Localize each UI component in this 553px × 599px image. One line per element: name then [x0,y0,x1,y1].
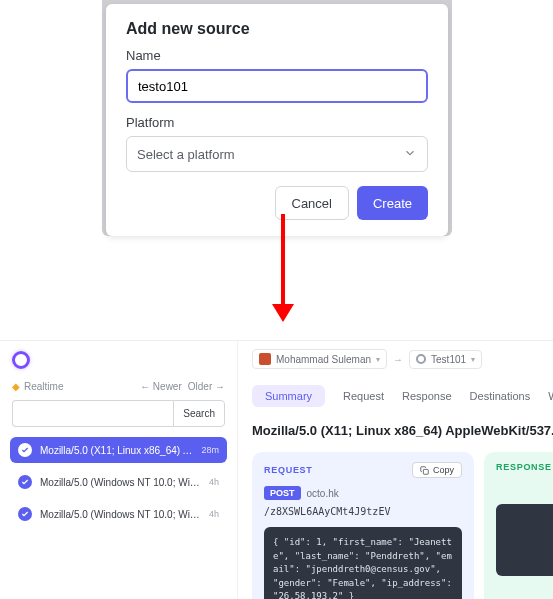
list-item[interactable]: Mozilla/5.0 (Windows NT 10.0; Win64; x..… [10,469,227,495]
copy-icon [420,466,429,475]
response-panel-title: RESPONSE [496,462,552,472]
target-icon [416,354,426,364]
request-host: octo.hk [307,488,339,499]
list-item[interactable]: Mozilla/5.0 (Windows NT 10.0; Win64; x..… [10,501,227,527]
breadcrumb-target[interactable]: Test101 ▾ [409,350,482,369]
svg-rect-2 [423,469,428,474]
chevron-down-icon: ▾ [471,355,475,364]
tabs: Summary Request Response Destinations Wo… [252,385,553,407]
check-icon [18,507,32,521]
arrow-down-icon [268,214,298,324]
tab-workflow[interactable]: Workflow [548,386,553,406]
tab-response[interactable]: Response [402,386,452,406]
check-icon [18,475,32,489]
svg-marker-1 [272,304,294,322]
chevron-down-icon: ▾ [376,355,380,364]
add-source-modal-backdrop: Add new source Name Platform Select a pl… [102,0,452,236]
http-method: POST [264,486,301,500]
chevron-down-icon [403,146,417,163]
event-time: 28m [201,445,219,455]
breadcrumb: Mohammad Suleman ▾ → Test101 ▾ [252,349,553,369]
logo-icon [12,351,30,369]
event-time: 4h [209,509,219,519]
request-path: /z8XSWL6AAyCMt4J9tzEV [264,506,462,517]
user-avatar-icon [259,353,271,365]
name-label: Name [126,48,428,63]
realtime-label: Realtime [24,381,63,392]
platform-select[interactable]: Select a platform [126,136,428,172]
arrow-right-icon: → [393,354,403,365]
copy-label: Copy [433,465,454,475]
breadcrumb-user[interactable]: Mohammad Suleman ▾ [252,349,387,369]
app-window: ◆ Realtime ← Newer Older → Search Mozill… [0,340,553,599]
bolt-icon: ◆ [12,381,20,392]
list-item[interactable]: Mozilla/5.0 (X11; Linux x86_64) Apple...… [10,437,227,463]
event-label: Mozilla/5.0 (Windows NT 10.0; Win64; x..… [40,477,201,488]
main-panel: Mohammad Suleman ▾ → Test101 ▾ Summary R… [238,341,553,599]
event-list: Mozilla/5.0 (X11; Linux x86_64) Apple...… [0,437,237,527]
name-input[interactable] [126,69,428,103]
event-time: 4h [209,477,219,487]
app-logo [0,341,237,379]
older-link[interactable]: Older → [188,381,225,392]
search-button[interactable]: Search [173,400,225,427]
request-panel: REQUEST Copy POST octo.hk /z8XSWL6AAyCMt… [252,452,474,599]
request-panel-title: REQUEST [264,465,313,475]
platform-label: Platform [126,115,428,130]
user-agent-heading: Mozilla/5.0 (X11; Linux x86_64) AppleWeb… [252,423,553,438]
tab-summary[interactable]: Summary [252,385,325,407]
event-label: Mozilla/5.0 (X11; Linux x86_64) Apple... [40,445,193,456]
modal-title: Add new source [126,20,428,38]
newer-link[interactable]: ← Newer [140,381,182,392]
tab-destinations[interactable]: Destinations [470,386,531,406]
create-button[interactable]: Create [357,186,428,220]
check-icon [18,443,32,457]
sidebar: ◆ Realtime ← Newer Older → Search Mozill… [0,341,238,599]
tab-request[interactable]: Request [343,386,384,406]
platform-placeholder: Select a platform [137,147,235,162]
copy-button[interactable]: Copy [412,462,462,478]
search-input[interactable] [12,400,173,427]
response-panel: RESPONSE [484,452,553,599]
response-body [496,504,553,576]
request-body: { "id": 1, "first_name": "Jeanette", "la… [264,527,462,599]
add-source-modal: Add new source Name Platform Select a pl… [106,4,448,236]
breadcrumb-user-label: Mohammad Suleman [276,354,371,365]
breadcrumb-target-label: Test101 [431,354,466,365]
event-label: Mozilla/5.0 (Windows NT 10.0; Win64; x..… [40,509,201,520]
